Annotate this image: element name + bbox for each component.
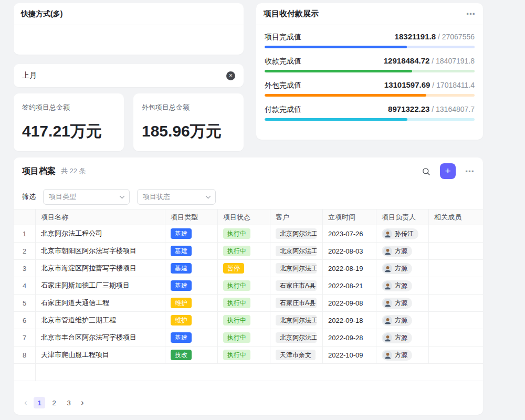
more-menu-icon[interactable]: ⋯ [466, 8, 476, 19]
client-cell[interactable]: 北京阿尔法工程公司 [270, 243, 323, 260]
row-index-cell: 1 [14, 225, 36, 243]
table-row[interactable]: 1 北京阿尔法工程公司 基建 执行中 北京阿尔法工程公司 2023-07-26 … [14, 225, 483, 243]
start-date-cell[interactable]: 2022-09-08 [323, 295, 376, 312]
owner-cell[interactable]: 方源 [376, 243, 429, 260]
client-cell[interactable]: 石家庄市A县 [270, 295, 323, 312]
client-cell[interactable]: 北京阿尔法工程公司 [270, 225, 323, 243]
metric-top: 外包完成值 13101597.69 / 17018411.4 [265, 80, 475, 90]
next-page-icon[interactable]: › [78, 398, 87, 407]
client-cell[interactable]: 北京阿尔法工程公司 [270, 329, 323, 346]
owner-cell[interactable]: 方源 [376, 329, 429, 346]
project-type-cell[interactable]: 基建 [165, 225, 218, 243]
client-cell[interactable]: 北京阿尔法工程公司 [270, 260, 323, 277]
members-cell[interactable] [429, 312, 483, 329]
client-chip: 天津市奈文 [276, 350, 316, 360]
table-row[interactable]: 3 北京市海淀区阿拉蕾写字楼项目 基建 暂停 北京阿尔法工程公司 2022-08… [14, 260, 483, 277]
col-header-members[interactable]: 相关成员 [429, 209, 483, 225]
project-status-cell[interactable]: 执行中 [218, 329, 270, 346]
project-name-cell[interactable]: 北京市朝阳区阿尔法写字楼项目 [36, 243, 165, 260]
project-status-cell[interactable]: 执行中 [218, 312, 270, 329]
owner-cell[interactable]: 方源 [376, 312, 429, 329]
project-name-cell[interactable]: 天津市爬山服工程项目 [36, 346, 165, 364]
page-button[interactable]: 2 [48, 397, 60, 408]
owner-chip: 方源 [382, 246, 412, 257]
owner-cell[interactable]: 孙传江 [376, 225, 429, 243]
col-header-type[interactable]: 项目类型 [165, 209, 218, 225]
members-cell[interactable] [429, 295, 483, 312]
col-header-owner[interactable]: 项目负责人 [376, 209, 429, 225]
project-type-cell[interactable]: 基建 [165, 277, 218, 295]
start-date-cell[interactable]: 2022-08-21 [323, 277, 376, 295]
project-status-cell[interactable]: 执行中 [218, 225, 270, 243]
more-menu-icon[interactable]: ⋯ [465, 166, 475, 177]
start-date-cell[interactable]: 2022-10-09 [323, 346, 376, 364]
project-type-select[interactable]: 项目类型 [43, 189, 130, 205]
start-date-cell[interactable]: 2023-07-26 [323, 225, 376, 243]
members-cell[interactable] [429, 243, 483, 260]
owner-cell[interactable]: 方源 [376, 260, 429, 277]
col-header-status[interactable]: 项目状态 [218, 209, 270, 225]
metric-value: 18321191.8 [395, 32, 436, 41]
table-row[interactable]: 5 石家庄阿道夫通信工程 维护 执行中 石家庄市A县 2022-09-08 方源 [14, 295, 483, 312]
project-name-cell[interactable]: 石家庄阿斯加德工厂三期项目 [36, 277, 165, 295]
project-status-cell[interactable]: 执行中 [218, 277, 270, 295]
client-cell[interactable]: 北京阿尔法工程公司 [270, 312, 323, 329]
client-cell[interactable]: 石家庄市A县 [270, 277, 323, 295]
col-header-name[interactable]: 项目名称 [36, 209, 165, 225]
project-type-cell[interactable]: 基建 [165, 260, 218, 277]
project-name-cell[interactable]: 北京阿尔法工程公司 [36, 225, 165, 243]
search-icon[interactable] [422, 167, 430, 176]
project-name-cell[interactable]: 石家庄阿道夫通信工程 [36, 295, 165, 312]
members-cell[interactable] [429, 225, 483, 243]
status-tag: 执行中 [223, 315, 250, 326]
clear-filter-icon[interactable]: ✕ [226, 71, 235, 80]
project-name-cell[interactable]: 北京市管道维护三期工程 [36, 312, 165, 329]
client-chip: 北京阿尔法工程公司 [276, 332, 317, 343]
table-row[interactable]: 8 天津市爬山服工程项目 技改 执行中 天津市奈文 2022-10-09 方源 [14, 346, 483, 364]
start-date-cell[interactable]: 2022-08-03 [323, 243, 376, 260]
members-cell[interactable] [429, 277, 483, 295]
project-type-cell[interactable]: 基建 [165, 243, 218, 260]
members-cell[interactable] [429, 346, 483, 364]
owner-name: 方源 [395, 247, 407, 256]
page-button[interactable]: 1 [34, 397, 45, 408]
project-status-cell[interactable]: 暂停 [218, 260, 270, 277]
project-status-select[interactable]: 项目状态 [137, 189, 216, 205]
month-filter-chip[interactable]: 上月 ✕ [14, 64, 244, 87]
project-name-cell[interactable]: 北京市丰台区阿尔法写字楼项目 [36, 329, 165, 346]
metric-label: 项目完成值 [265, 33, 301, 42]
project-name-cell[interactable]: 北京市海淀区阿拉蕾写字楼项目 [36, 260, 165, 277]
members-cell[interactable] [429, 260, 483, 277]
table-row[interactable]: 7 北京市丰台区阿尔法写字楼项目 基建 执行中 北京阿尔法工程公司 2022-0… [14, 329, 483, 346]
owner-cell[interactable]: 方源 [376, 277, 429, 295]
start-date-cell[interactable]: 2022-09-28 [323, 329, 376, 346]
client-cell[interactable]: 天津市奈文 [270, 346, 323, 364]
client-chip: 北京阿尔法工程公司 [276, 263, 317, 274]
project-type-cell[interactable]: 维护 [165, 312, 218, 329]
project-type-cell[interactable]: 基建 [165, 329, 218, 346]
project-status-cell[interactable]: 执行中 [218, 346, 270, 364]
owner-chip: 方源 [382, 350, 412, 361]
start-date-cell[interactable]: 2022-08-19 [323, 260, 376, 277]
projects-table: 项目名称 项目类型 项目状态 客户 立项时间 项目负责人 相关成员 1 北京阿尔… [14, 209, 483, 381]
table-row[interactable]: 2 北京市朝阳区阿尔法写字楼项目 基建 执行中 北京阿尔法工程公司 2022-0… [14, 243, 483, 260]
table-row[interactable]: 4 石家庄阿斯加德工厂三期项目 基建 执行中 石家庄市A县 2022-08-21… [14, 277, 483, 295]
owner-cell[interactable]: 方源 [376, 295, 429, 312]
owner-cell[interactable]: 方源 [376, 346, 429, 364]
page-button[interactable]: 3 [63, 397, 75, 408]
add-record-button[interactable]: + [440, 163, 456, 179]
col-header-client[interactable]: 客户 [270, 209, 323, 225]
project-status-cell[interactable]: 执行中 [218, 295, 270, 312]
project-status-cell[interactable]: 执行中 [218, 243, 270, 260]
table-row[interactable]: 6 北京市管道维护三期工程 维护 执行中 北京阿尔法工程公司 2022-09-1… [14, 312, 483, 329]
members-cell[interactable] [429, 329, 483, 346]
project-type-cell[interactable]: 技改 [165, 346, 218, 364]
col-header-date[interactable]: 立项时间 [323, 209, 376, 225]
project-type-cell[interactable]: 维护 [165, 295, 218, 312]
prev-page-icon[interactable]: ‹ [21, 398, 30, 407]
metric-values: 8971322.23 / 13164807.7 [388, 104, 475, 113]
start-date-cell[interactable]: 2022-09-18 [323, 312, 376, 329]
owner-chip: 方源 [382, 263, 412, 274]
shortcuts-card: 快捷方式(多) [14, 3, 244, 55]
page-buttons: 123 [34, 397, 75, 408]
